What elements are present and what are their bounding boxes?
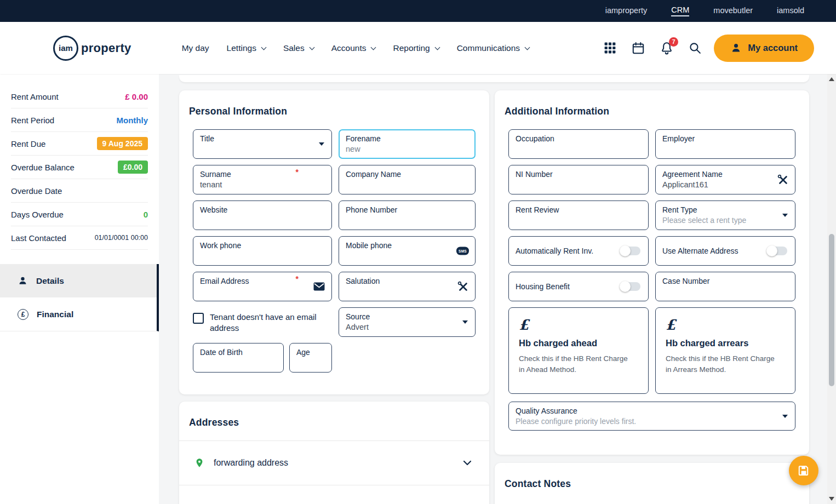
- surname-field[interactable]: Surname tenant *: [193, 165, 332, 194]
- case-number-field[interactable]: Case Number: [655, 272, 795, 301]
- occupation-field[interactable]: Occupation: [508, 129, 649, 159]
- no-email-checkbox[interactable]: [193, 313, 204, 324]
- sidebar-item-financial[interactable]: £ Financial: [0, 297, 157, 331]
- phone-number-field[interactable]: Phone Number: [339, 201, 476, 230]
- age-field[interactable]: Age: [289, 343, 332, 373]
- nav-accounts[interactable]: Accounts: [331, 43, 376, 53]
- company-name-field[interactable]: Company Name: [339, 165, 476, 194]
- notifications-bell-icon[interactable]: 7: [660, 41, 674, 55]
- hb-charged-ahead-card[interactable]: £ Hb charged ahead Check this if the HB …: [508, 307, 649, 394]
- my-account-button[interactable]: My account: [714, 35, 814, 62]
- field-label: Agreement Name: [662, 170, 788, 179]
- person-icon: [18, 276, 28, 286]
- nav-sales[interactable]: Sales: [283, 43, 314, 53]
- nav-communications[interactable]: Communications: [457, 43, 529, 53]
- additional-information-title: Additional Information: [505, 106, 799, 117]
- save-button[interactable]: [789, 456, 818, 485]
- forwarding-address-row[interactable]: forwarding address: [179, 440, 489, 485]
- required-marker: *: [296, 168, 299, 176]
- topbar-link-iamproperty[interactable]: iamproperty: [605, 6, 648, 16]
- main-content: Personal Information Title Forename new …: [159, 74, 827, 504]
- chevron-down-icon[interactable]: [461, 456, 474, 469]
- field-label: Source: [346, 312, 468, 321]
- field-label: Salutation: [346, 277, 468, 285]
- forename-field[interactable]: Forename new: [339, 129, 476, 159]
- sidebar: Rent Amount £ 0.00 Rent Period Monthly R…: [0, 74, 159, 504]
- nav-lettings[interactable]: Lettings: [227, 43, 266, 53]
- sidebar-item-details[interactable]: Details: [0, 264, 157, 297]
- pound-symbol: £: [666, 317, 785, 333]
- housing-benefit-toggle[interactable]: [620, 282, 640, 291]
- forwarding-address-label: forwarding address: [214, 458, 288, 468]
- field-label: Company Name: [346, 170, 468, 179]
- nav-my-day[interactable]: My day: [182, 43, 209, 53]
- header: iam property My day Lettings Sales Accou…: [0, 22, 836, 74]
- quality-assurance-field[interactable]: Quality Assurance Please configure prior…: [508, 402, 795, 431]
- stat-value: Monthly: [117, 116, 148, 125]
- toggle-knob: [620, 245, 631, 256]
- scrollbar-up-arrow[interactable]: [829, 77, 834, 81]
- scrolled-card-edge: [179, 75, 809, 82]
- no-email-checkbox-label: Tenant doesn't have an email address: [210, 312, 332, 334]
- nav-label: Reporting: [393, 43, 430, 53]
- rent-review-field[interactable]: Rent Review: [508, 201, 649, 230]
- overdue-balance-badge: £0.00: [118, 161, 148, 174]
- top-bar: iamproperty CRM movebutler iamsold: [0, 0, 836, 22]
- topbar-link-crm[interactable]: CRM: [671, 5, 689, 16]
- location-pin-icon: [194, 457, 204, 469]
- work-phone-field[interactable]: Work phone: [193, 236, 332, 266]
- stat-overdue-balance: Overdue Balance £0.00: [11, 156, 148, 179]
- chevron-down-icon: [261, 44, 266, 50]
- rent-type-field[interactable]: Rent Type Please select a rent type: [655, 201, 795, 230]
- stat-label: Rent Period: [11, 116, 54, 125]
- field-label: Title: [200, 134, 325, 143]
- calendar-icon[interactable]: [631, 41, 645, 55]
- email-address-field[interactable]: Email Address *: [193, 272, 332, 301]
- auto-rent-invoice-toggle[interactable]: [620, 247, 640, 255]
- addresses-title: Addresses: [189, 417, 479, 428]
- hb-arrears-title: Hb charged arrears: [666, 338, 785, 348]
- apps-grid-icon[interactable]: [603, 41, 617, 55]
- field-label: Rent Review: [516, 205, 642, 214]
- mobile-phone-field[interactable]: Mobile phone SMS: [339, 236, 476, 266]
- field-label: Mobile phone: [346, 241, 468, 250]
- source-field[interactable]: Source Advert: [339, 307, 476, 337]
- rent-type-placeholder: Please select a rent type: [662, 216, 788, 225]
- stat-label: Last Contacted: [11, 233, 66, 243]
- chevron-down-icon: [434, 44, 440, 50]
- ni-number-field[interactable]: NI Number: [508, 165, 649, 194]
- tools-icon: [457, 280, 469, 293]
- stat-last-contacted: Last Contacted 01/01/0001 00:00: [11, 226, 148, 250]
- tools-icon: [777, 174, 789, 186]
- hb-charged-arrears-card[interactable]: £ Hb charged arrears Check this if the H…: [655, 307, 795, 394]
- salutation-field[interactable]: Salutation: [339, 272, 476, 301]
- website-field[interactable]: Website: [193, 201, 332, 230]
- scrollbar-thumb[interactable]: [829, 234, 834, 386]
- nav-reporting[interactable]: Reporting: [393, 43, 439, 53]
- person-icon: [730, 42, 742, 54]
- scrollbar-down-arrow[interactable]: [829, 497, 834, 501]
- field-label: Surname: [200, 170, 325, 179]
- chevron-down-icon: [309, 44, 314, 50]
- notification-count-badge: 7: [669, 37, 678, 47]
- search-icon[interactable]: [688, 41, 702, 55]
- no-email-checkbox-row[interactable]: Tenant doesn't have an email address: [193, 307, 332, 337]
- date-of-birth-field[interactable]: Date of Birth: [193, 343, 284, 373]
- title-field[interactable]: Title: [193, 129, 332, 159]
- topbar-link-iamsold[interactable]: iamsold: [777, 6, 804, 16]
- agreement-name-value: Applicant161: [662, 180, 788, 189]
- iamproperty-logo[interactable]: iam property: [53, 36, 131, 61]
- page-scrollbar[interactable]: [827, 74, 836, 504]
- use-alternate-address-toggle[interactable]: [767, 247, 787, 255]
- forename-value: new: [346, 145, 468, 153]
- addresses-card: Addresses forwarding address: [179, 402, 489, 504]
- field-label: Phone Number: [346, 205, 468, 214]
- topbar-link-movebutler[interactable]: movebutler: [713, 6, 753, 16]
- nav-label: Sales: [283, 43, 305, 53]
- nav-label: Communications: [457, 43, 520, 53]
- agreement-name-field[interactable]: Agreement Name Applicant161: [655, 165, 795, 194]
- sidebar-menu: Details £ Financial: [0, 264, 159, 331]
- logo-circle: iam: [53, 36, 78, 61]
- sidebar-item-label: Financial: [37, 310, 73, 319]
- employer-field[interactable]: Employer: [655, 129, 795, 159]
